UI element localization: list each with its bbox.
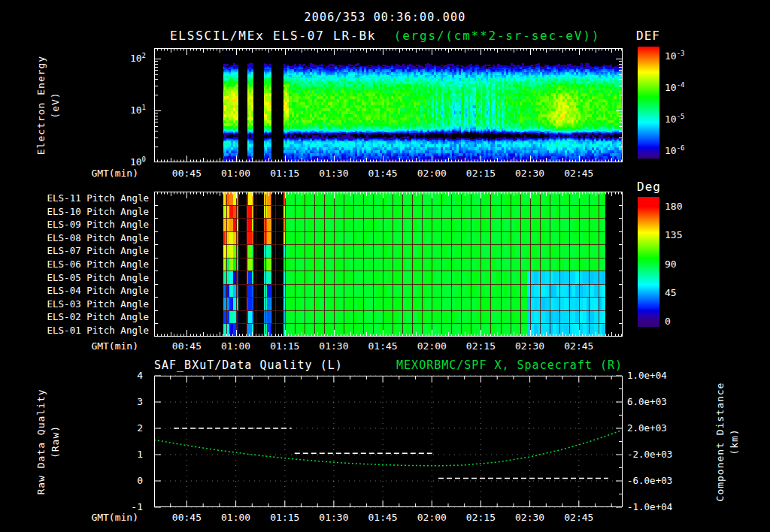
time-tick: 01:15 [270,168,299,179]
time-tick: 00:45 [172,512,202,523]
quality-axis-label: Raw Data Quality (Raw) [34,388,62,494]
pitch-row-label: ELS-08 Pitch Angle [47,232,149,243]
time-tick: 01:00 [221,512,250,523]
distance-axis-ticks: 1.0e+04 6.0e+03 2.0e+03 -2.0e+03 -6.0e+0… [627,376,687,507]
quality-axis-tick: 1 [137,448,143,461]
def-colorbar-tick: 10-4 [665,81,685,95]
distance-axis-tick: -6.0e+03 [627,474,672,488]
time-tick: 00:45 [172,168,202,179]
pitch-row-label: ELS-03 Pitch Angle [47,298,149,310]
deg-colorbar-title: Deg [637,180,661,194]
deg-colorbar-tick: 45 [665,286,677,300]
deg-colorbar [638,197,659,327]
quality-axis-tick: 0 [137,474,143,488]
distance-series-title: MEXORBMC/SPF X, Spacecraft (R) [396,358,623,372]
pitch-row-label: ELS-02 Pitch Angle [47,311,149,322]
spectrogram-time-ticks: 00:45 01:00 01:15 01:30 01:45 02:00 02:1… [154,168,623,180]
time-tick: 02:00 [417,340,447,352]
spectrogram-title-text: ELSSCIL/MEx ELS-07 LR-Bk [170,29,376,43]
distance-axis-tick: -2.0e+03 [627,448,672,461]
def-colorbar-tick: 10-5 [665,113,685,126]
time-tick: 01:45 [368,512,398,523]
energy-axis-tick: 101 [130,104,146,117]
pitch-row-label: ELS-07 Pitch Angle [47,245,149,256]
time-tick: 02:00 [417,512,447,523]
deg-colorbar-tick: 0 [665,315,671,328]
pitch-row-label: ELS-10 Pitch Angle [47,206,149,217]
quality-series-title: SAF_BXuT/Data Quality (L) [154,358,343,372]
time-tick: 02:15 [466,340,496,352]
electron-energy-spectrogram [154,48,623,162]
energy-axis-label: Electron Energy (eV) [34,56,62,155]
timestamp-title: 2006/353 00:36:00.000 [0,11,770,24]
distance-axis-tick: -1.0e+04 [627,500,672,514]
time-tick: 01:15 [270,512,299,523]
spectrogram-units-text: (ergs/(cm**2-sr-sec-eV)) [394,29,600,43]
deg-colorbar-tick: 90 [665,258,677,271]
time-tick: 02:45 [564,512,593,523]
energy-axis-tick: 102 [130,52,146,65]
pitch-row-labels: ELS-11 Pitch Angle ELS-10 Pitch Angle EL… [27,192,149,337]
quality-axis-tick: 4 [137,369,143,382]
time-tick: 02:30 [515,512,544,523]
plot-page: 2006/353 00:36:00.000 ELSSCIL/MEx ELS-07… [0,0,770,532]
distance-axis-label: Component Distance (km) [713,382,741,502]
time-tick: 02:30 [515,340,544,352]
time-tick: 00:45 [172,340,202,352]
time-tick: 02:15 [466,512,496,523]
deg-colorbar-tick: 180 [665,200,682,213]
time-tick: 01:30 [319,340,348,352]
deg-colorbar-tick: 135 [665,228,682,242]
quality-axis-tick: 2 [137,422,143,435]
time-tick: 01:00 [221,168,250,179]
def-colorbar-ticks: 10-3 10-4 10-5 10-6 [665,47,710,159]
gmt-axis-label: GMT(min) [72,168,138,179]
time-tick: 01:15 [270,340,299,352]
gmt-axis-label: GMT(min) [72,340,138,352]
pitch-row-label: ELS-09 Pitch Angle [47,219,149,230]
time-tick: 02:45 [564,168,593,179]
pitch-row-label: ELS-11 Pitch Angle [47,192,149,204]
pitch-time-ticks: 00:45 01:00 01:15 01:30 01:45 02:00 02:1… [154,340,623,352]
pitch-row-label: ELS-01 Pitch Angle [47,325,149,336]
time-tick: 02:45 [564,340,593,352]
time-tick: 01:45 [368,168,398,179]
distance-axis-tick: 1.0e+04 [627,369,667,382]
time-tick: 01:45 [368,340,398,352]
time-tick: 01:00 [221,340,250,352]
pitch-row-label: ELS-06 Pitch Angle [47,258,149,270]
def-colorbar-tick: 10-6 [665,144,685,158]
line-time-ticks: 00:45 01:00 01:15 01:30 01:45 02:00 02:1… [154,512,623,524]
distance-axis-tick: 6.0e+03 [627,395,667,409]
time-tick: 01:30 [319,512,348,523]
quality-axis-tick: 3 [137,395,143,409]
pitch-row-label: ELS-05 Pitch Angle [47,272,149,283]
def-colorbar-title: DEF [636,29,660,43]
deg-colorbar-ticks: 180 135 90 45 0 [665,197,710,327]
quality-axis-ticks: 4 3 2 1 0 -1 [99,376,146,507]
pitch-angle-heatmap [154,192,623,337]
energy-axis-ticks: 102 101 100 [105,48,149,162]
time-tick: 02:15 [466,168,496,179]
time-tick: 02:00 [417,168,447,179]
distance-axis-tick: 2.0e+03 [627,422,667,435]
pitch-row-label: ELS-04 Pitch Angle [47,285,149,296]
def-colorbar [638,47,659,159]
quality-distance-plot [154,376,623,507]
time-tick: 01:30 [319,168,348,179]
time-tick: 02:30 [515,168,544,179]
def-colorbar-tick: 10-3 [665,50,685,63]
gmt-axis-label: GMT(min) [72,512,138,523]
